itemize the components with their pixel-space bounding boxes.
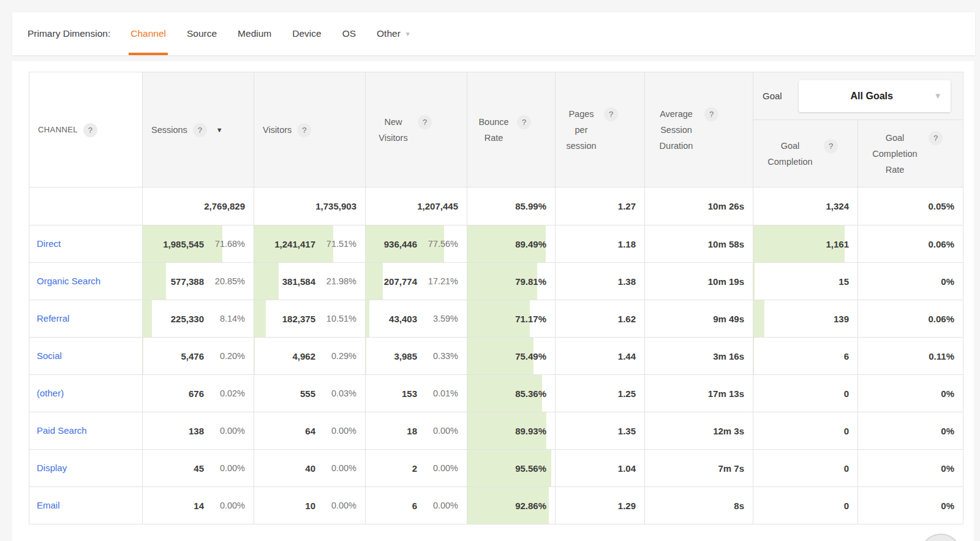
dimension-tab-label: Device xyxy=(292,28,321,39)
metric-value: 3,985 xyxy=(394,351,417,361)
channel-cell-empty xyxy=(29,187,143,225)
channel-cell: Referral xyxy=(29,300,143,338)
bounce-rate-cell: 95.56% xyxy=(467,450,556,487)
metric-value: 71.17% xyxy=(515,314,546,324)
dimension-tab-medium[interactable]: Medium xyxy=(227,12,282,55)
table-row: Organic Search577,38820.85%381,58421.98%… xyxy=(29,263,963,300)
metric-value: 0.06% xyxy=(928,314,954,324)
metric-value: 1.04 xyxy=(618,463,636,474)
help-icon[interactable]: ? xyxy=(83,123,97,137)
new-visitors-cell: 20.00% xyxy=(366,450,467,487)
report-card: CHANNEL ? Sessions ? ▼ Visitors ? xyxy=(12,61,974,541)
metric-value: 89.49% xyxy=(515,239,546,249)
avg-session-duration-cell: 12m 3s xyxy=(645,412,753,450)
column-header-channel-label: CHANNEL xyxy=(38,122,78,138)
channel-link[interactable]: Paid Search xyxy=(37,425,87,436)
metric-value: 64 xyxy=(305,426,315,436)
dimension-tab-channel[interactable]: Channel xyxy=(120,12,176,55)
dimension-tab-device[interactable]: Device xyxy=(282,12,331,55)
column-header-new-visitors[interactable]: New Visitors ? xyxy=(366,72,467,187)
metric-value: 577,388 xyxy=(171,276,204,287)
metric-value: 3m 16s xyxy=(713,351,744,361)
column-header-bounce-rate[interactable]: Bounce Rate ? xyxy=(467,72,556,187)
chevron-down-icon: ▼ xyxy=(405,31,411,37)
avg-session-duration-cell: 9m 49s xyxy=(645,300,753,338)
metric-percent: 0.00% xyxy=(417,501,458,510)
sessions-cell: 225,3308.14% xyxy=(143,300,254,338)
metric-value: 10m 26s xyxy=(708,201,744,211)
sessions-cell: 577,38820.85% xyxy=(143,263,254,300)
goal-select[interactable]: All Goals ▼ xyxy=(799,80,951,112)
bounce-rate-cell: 75.49% xyxy=(467,338,556,375)
new-visitors-cell: 3,9850.33% xyxy=(366,338,467,375)
channel-cell: Paid Search xyxy=(29,412,143,450)
metric-value: 182,375 xyxy=(282,314,315,324)
help-icon[interactable]: ? xyxy=(704,107,718,121)
metric-percent: 71.68% xyxy=(204,239,245,249)
metric-value: 79.81% xyxy=(515,276,546,287)
metric-value: 1,207,445 xyxy=(417,201,458,211)
column-header-pages-per-session[interactable]: Pages per session ? xyxy=(556,72,645,187)
metric-percent: 0.00% xyxy=(315,426,356,436)
metric-percent: 0.20% xyxy=(204,351,245,361)
goal-completion-cell: 6 xyxy=(753,338,858,375)
metric-value: 75.49% xyxy=(515,351,546,361)
metric-value: 17m 13s xyxy=(708,388,744,399)
dimension-tab-source[interactable]: Source xyxy=(176,12,227,55)
dimension-tab-os[interactable]: OS xyxy=(332,12,366,55)
dimension-tab-other[interactable]: Other▼ xyxy=(366,12,421,55)
metric-value: 0% xyxy=(941,276,954,287)
goal-completion-cell: 139 xyxy=(753,300,858,338)
metric-value: 153 xyxy=(402,388,417,399)
metric-percent: 0.00% xyxy=(204,501,245,510)
metric-value: 40 xyxy=(305,463,315,474)
channel-link[interactable]: Email xyxy=(37,500,60,510)
metric-percent: 8.14% xyxy=(204,314,245,323)
column-header-goal-completion-label: Goal Completion xyxy=(762,138,818,170)
visitors-cell: 182,37510.51% xyxy=(254,300,366,338)
metric-percent: 71.51% xyxy=(315,239,356,249)
visitors-cell: 640.00% xyxy=(254,412,366,450)
column-header-sessions-label: Sessions xyxy=(151,122,187,138)
totals-goal-completion: 1,324 xyxy=(753,187,858,225)
channel-link[interactable]: Direct xyxy=(37,238,61,249)
column-header-goal-completion-rate[interactable]: Goal Completion Rate ? xyxy=(858,120,963,187)
totals-avg-session-duration: 10m 26s xyxy=(645,187,753,225)
column-header-avg-session-duration[interactable]: Average Session Duration ? xyxy=(645,72,753,187)
new-visitors-cell: 1530.01% xyxy=(366,375,467,412)
column-header-goal-completion[interactable]: Goal Completion ? xyxy=(753,120,858,187)
channel-link[interactable]: Referral xyxy=(37,313,69,323)
column-header-sessions[interactable]: Sessions ? ▼ xyxy=(143,72,254,187)
help-icon[interactable]: ? xyxy=(418,115,432,129)
metric-value: 5,476 xyxy=(181,351,204,361)
channel-link[interactable]: (other) xyxy=(37,388,64,398)
metric-value: 10m 19s xyxy=(708,276,744,287)
help-icon[interactable]: ? xyxy=(517,115,531,129)
channel-link[interactable]: Social xyxy=(37,350,62,361)
metric-value: 0 xyxy=(844,463,849,474)
sessions-cell: 1,985,54571.68% xyxy=(143,225,254,263)
help-icon[interactable]: ? xyxy=(824,139,838,153)
metric-value: 1,324 xyxy=(826,201,849,211)
column-header-bounce-rate-label: Bounce Rate xyxy=(476,114,511,146)
metric-percent: 21.98% xyxy=(315,276,356,286)
channel-link[interactable]: Organic Search xyxy=(37,276,100,286)
metric-value: 0 xyxy=(844,501,849,511)
sessions-cell: 450.00% xyxy=(143,450,254,487)
column-header-visitors[interactable]: Visitors ? xyxy=(254,72,366,187)
channel-link[interactable]: Display xyxy=(37,463,67,473)
column-header-channel[interactable]: CHANNEL ? xyxy=(29,72,143,187)
goal-completion-cell: 0 xyxy=(753,487,858,524)
help-icon[interactable]: ? xyxy=(604,107,618,121)
metric-value: 6 xyxy=(412,501,417,511)
metric-value: 139 xyxy=(834,314,849,324)
help-icon[interactable]: ? xyxy=(929,131,943,145)
help-icon[interactable]: ? xyxy=(297,123,311,137)
metric-value: 45 xyxy=(194,463,204,474)
help-icon[interactable]: ? xyxy=(193,123,207,137)
sort-descending-icon[interactable]: ▼ xyxy=(216,126,223,134)
channel-cell: (other) xyxy=(29,375,143,412)
metric-percent: 0.00% xyxy=(204,426,245,436)
metric-value: 14 xyxy=(194,501,204,511)
dimension-tabs: ChannelSourceMediumDeviceOSOther▼ xyxy=(120,12,421,55)
